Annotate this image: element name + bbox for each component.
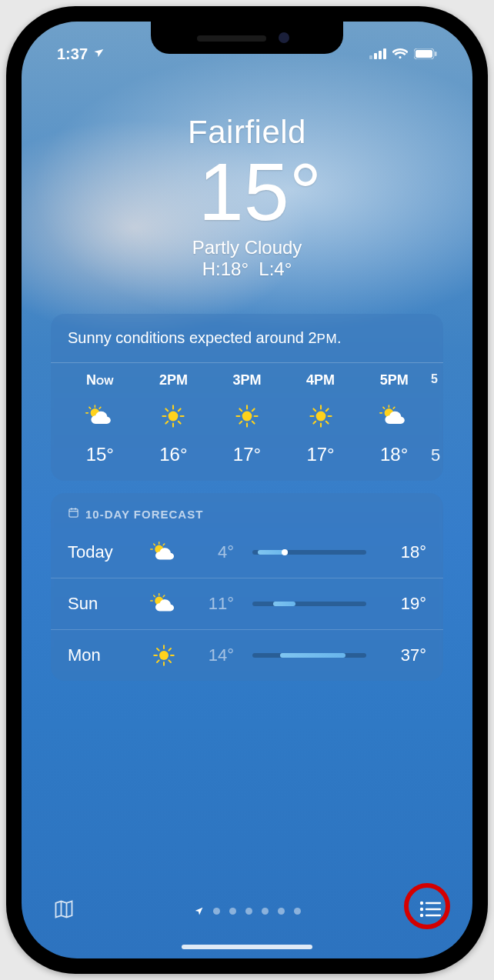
svg-line-43 [393,407,395,408]
svg-line-42 [383,407,385,408]
hourly-item[interactable]: 2PM 16° [137,372,211,465]
sunny-icon [146,644,182,667]
page-dot[interactable] [245,908,252,915]
svg-line-56 [154,595,155,597]
page-dot[interactable] [262,908,269,915]
svg-line-57 [163,595,165,597]
svg-rect-2 [379,51,382,59]
map-button[interactable] [52,898,75,923]
hourly-item-temp: 17° [306,444,334,465]
hourly-item-label: 4PM [306,372,335,388]
page-dot[interactable] [278,908,285,915]
day-low: 11° [192,594,234,614]
svg-line-64 [169,660,171,662]
ten-day-row[interactable]: Today 4° 18° [51,527,443,578]
current-high-low: H:18° L:4° [52,258,442,280]
svg-line-19 [179,408,181,411]
current-temp: 15° [78,151,442,232]
svg-line-36 [325,422,328,424]
locations-list-button[interactable] [419,900,442,922]
ten-day-row[interactable]: Sun 11° 19° [51,578,443,629]
svg-rect-6 [435,52,437,56]
day-high: 19° [385,594,426,614]
svg-point-30 [315,412,325,422]
hourly-forecast-card[interactable]: Sunny conditions expected around 2PM. No… [51,314,443,481]
ten-day-forecast-card[interactable]: 10-DAY FORECAST Today 4° 18° Sun 11° [51,493,443,681]
ten-day-row[interactable]: Mon 14° 37° [51,629,443,681]
svg-line-17 [166,408,169,411]
home-indicator[interactable] [182,945,312,949]
hourly-item[interactable]: 4PM 17° [284,372,358,465]
day-low: 14° [192,645,234,665]
day-name: Mon [68,645,135,665]
hourly-item-temp: 15° [86,444,114,465]
svg-point-58 [159,651,169,660]
calendar-icon [68,507,79,521]
svg-line-63 [157,648,159,651]
hourly-item-temp: 17° [233,444,261,465]
hourly-summary: Sunny conditions expected around 2PM. [68,328,426,348]
day-name: Sun [68,594,135,614]
hourly-item[interactable]: 5PM 18° [357,372,431,465]
day-name: Today [68,542,135,562]
svg-line-11 [99,407,101,408]
partly-cloudy-icon [85,402,115,430]
page-dot[interactable] [213,908,220,915]
page-dot-active-location-icon[interactable] [194,906,204,916]
svg-line-66 [157,660,159,662]
location-services-icon [91,45,105,62]
hourly-scroll-peek: 55 [431,372,443,465]
svg-line-27 [252,422,255,424]
svg-line-52 [163,544,165,545]
svg-line-20 [166,422,169,424]
wifi-icon [392,45,408,63]
svg-line-35 [313,408,315,411]
svg-line-37 [325,408,328,411]
day-high: 18° [385,542,426,562]
svg-rect-3 [383,48,386,59]
svg-rect-5 [416,50,432,58]
ten-day-heading: 10-DAY FORECAST [68,507,426,521]
hourly-item[interactable]: 3PM 17° [210,372,284,465]
current-weather: Fairfield 15° Partly Cloudy H:18° L:4° [22,114,472,280]
svg-line-38 [313,422,315,424]
page-indicator[interactable] [194,906,301,916]
cellular-icon [369,45,386,63]
sunny-icon [309,402,333,430]
sunny-icon [161,402,185,430]
svg-rect-0 [369,55,372,59]
divider [51,362,443,363]
city-name: Fairfield [52,114,442,151]
svg-point-69 [420,908,423,911]
svg-point-71 [420,914,423,917]
day-low: 4° [192,542,234,562]
svg-line-51 [154,544,155,545]
hourly-item-label: Now [86,372,113,388]
page-dot[interactable] [294,908,301,915]
hourly-item-temp: 18° [380,444,408,465]
day-high: 37° [385,645,426,665]
svg-line-26 [239,408,242,411]
partly-cloudy-icon [146,592,182,615]
svg-rect-44 [69,509,78,518]
partly-cloudy-icon [146,541,182,564]
partly-cloudy-icon [379,402,409,430]
current-condition: Partly Cloudy [52,237,442,258]
status-time: 1:37 [57,45,88,63]
svg-point-21 [242,412,252,422]
svg-point-67 [420,902,423,905]
page-dot[interactable] [229,908,236,915]
svg-line-29 [239,422,242,424]
hourly-list[interactable]: Now 15° 2PM 16° 3PM [63,372,431,465]
notch [151,22,343,54]
phone-frame: 1:37 [6,6,488,974]
svg-line-28 [252,408,255,411]
temp-range-bar [252,602,366,606]
svg-line-18 [179,422,181,424]
temp-range-bar [252,550,366,555]
temp-range-bar [252,653,366,658]
svg-line-10 [89,407,91,408]
hourly-item[interactable]: Now 15° [63,372,137,465]
screen: 1:37 [22,22,472,958]
battery-icon [414,45,437,63]
